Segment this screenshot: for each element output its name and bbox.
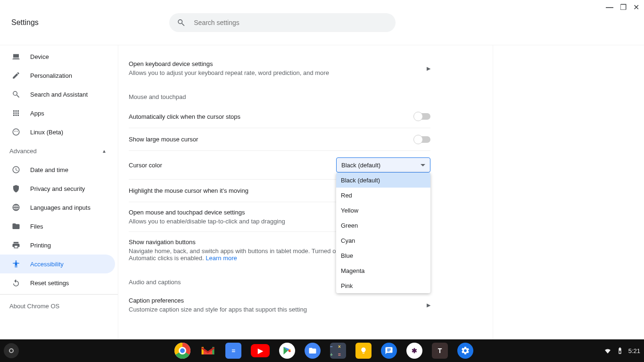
sidebar-divider: [0, 294, 118, 295]
accessibility-icon: [11, 259, 21, 269]
sidebar-item-label: Printing: [30, 242, 51, 249]
row-label: Show large mouse cursor: [129, 136, 396, 143]
sidebar-item-linux[interactable]: Linux (Beta): [0, 123, 118, 141]
sidebar-item-languages[interactable]: Languages and inputs: [0, 198, 118, 217]
select-value: Black (default): [341, 162, 380, 169]
app-calculator-icon[interactable]: −×+=: [330, 343, 346, 359]
app-settings-icon[interactable]: [457, 343, 473, 359]
row-label: Cursor color: [129, 162, 317, 169]
app-text-icon[interactable]: T: [432, 343, 448, 359]
app-youtube-icon[interactable]: ▶: [251, 344, 270, 357]
wifi-icon: [604, 347, 611, 354]
sidebar-item-device[interactable]: Device: [0, 47, 118, 66]
cursor-color-option[interactable]: Yellow: [336, 203, 430, 218]
sidebar-item-label: Apps: [30, 110, 44, 117]
cursor-color-option[interactable]: Black (default): [336, 173, 430, 188]
globe-icon: [11, 203, 21, 212]
sidebar-item-accessibility[interactable]: Accessibility: [0, 255, 115, 273]
sidebar-item-privacy[interactable]: Privacy and security: [0, 179, 118, 198]
sidebar-item-label: Accessibility: [30, 261, 64, 268]
app-chrome-icon[interactable]: [174, 343, 190, 359]
chevron-up-icon: ▲: [102, 148, 107, 154]
section-title-mouse: Mouse and touchpad: [129, 93, 430, 100]
cursor-color-option[interactable]: Red: [336, 188, 430, 203]
cursor-color-dropdown[interactable]: Black (default)RedYellowGreenCyanBlueMag…: [336, 173, 430, 293]
cursor-color-option[interactable]: Blue: [336, 248, 430, 263]
row-cursor-color: Cursor color Black (default) Black (defa…: [129, 150, 430, 179]
svg-point-3: [16, 261, 17, 262]
row-label: Open keyboard device settings: [129, 60, 408, 67]
cursor-color-option[interactable]: Pink: [336, 278, 430, 293]
sidebar-section-advanced[interactable]: Advanced ▲: [0, 141, 118, 160]
cursor-color-option[interactable]: Green: [336, 218, 430, 233]
app-play-store-icon[interactable]: [279, 343, 295, 359]
search-field-wrap[interactable]: [169, 13, 396, 32]
sidebar-item-date-time[interactable]: Date and time: [0, 160, 118, 179]
header-bar: Settings: [0, 0, 644, 45]
caret-down-icon: [421, 164, 425, 166]
sidebar-item-label: Files: [30, 223, 43, 230]
clock-text: 5:21: [628, 347, 640, 354]
row-caption-prefs[interactable]: Caption preferences Customize caption si…: [129, 290, 430, 320]
laptop-icon: [11, 52, 21, 61]
minimize-icon[interactable]: —: [606, 4, 613, 11]
row-sublabel: Customize caption size and style for app…: [129, 306, 408, 313]
toggle-large-cursor[interactable]: [414, 136, 430, 143]
sidebar-item-label: Search and Assistant: [30, 91, 88, 98]
maximize-icon[interactable]: ❐: [620, 4, 627, 11]
sidebar-item-files[interactable]: Files: [0, 217, 118, 236]
sidebar-item-label: Device: [30, 53, 49, 60]
app-keep-icon[interactable]: [355, 343, 372, 359]
launcher-icon: [9, 348, 14, 353]
svg-point-0: [13, 129, 19, 135]
app-messages-icon[interactable]: [381, 343, 397, 359]
chevron-right-icon: ▶: [427, 66, 430, 72]
sidebar-item-reset[interactable]: Reset settings: [0, 273, 118, 292]
printer-icon: [11, 240, 21, 250]
right-gutter: [493, 45, 644, 339]
shield-icon: [11, 184, 21, 193]
row-label: Automatically click when the cursor stop…: [129, 113, 396, 120]
sidebar: Device Personalization Search and Assist…: [0, 45, 118, 339]
reset-icon: [11, 278, 21, 288]
sidebar-item-label: Privacy and security: [30, 185, 85, 192]
row-autoclick[interactable]: Automatically click when the cursor stop…: [129, 105, 430, 128]
toggle-autoclick[interactable]: [414, 113, 430, 120]
sidebar-item-personalization[interactable]: Personalization: [0, 66, 118, 85]
app-docs-icon[interactable]: ≡: [225, 343, 241, 359]
sidebar-section-label: Advanced: [9, 148, 37, 155]
main-content: Open keyboard device settings Allows you…: [118, 45, 493, 339]
chevron-right-icon: ▶: [427, 302, 430, 308]
window-controls: — ❐ ✕: [606, 4, 639, 11]
learn-more-link[interactable]: Learn more: [206, 255, 237, 262]
sidebar-item-label: Date and time: [30, 166, 68, 173]
app-gmail-icon[interactable]: [200, 343, 216, 359]
app-files-icon[interactable]: [305, 343, 321, 359]
row-keyboard-settings[interactable]: Open keyboard device settings Allows you…: [129, 46, 430, 83]
cursor-color-option[interactable]: Magenta: [336, 263, 430, 278]
cursor-color-select[interactable]: Black (default): [336, 157, 430, 173]
pencil-icon: [11, 71, 21, 80]
row-sublabel: Allows you to adjust your keyboard repea…: [129, 69, 408, 76]
sidebar-item-printing[interactable]: Printing: [0, 236, 118, 255]
cursor-color-option[interactable]: Cyan: [336, 233, 430, 248]
app-slack-icon[interactable]: ✱: [406, 343, 422, 359]
linux-icon: [11, 127, 21, 137]
svg-point-2: [17, 131, 17, 132]
sidebar-item-label: Reset settings: [30, 280, 69, 287]
sidebar-item-search-assistant[interactable]: Search and Assistant: [0, 85, 118, 104]
launcher-button[interactable]: [4, 343, 19, 358]
row-large-cursor[interactable]: Show large mouse cursor: [129, 128, 430, 150]
page-title: Settings: [11, 18, 39, 27]
close-icon[interactable]: ✕: [633, 4, 639, 11]
sidebar-item-label: Personalization: [30, 72, 72, 79]
sidebar-item-apps[interactable]: Apps: [0, 104, 118, 123]
search-input[interactable]: [194, 19, 388, 26]
search-icon: [177, 18, 185, 27]
battery-icon: [616, 347, 624, 354]
sidebar-about[interactable]: About Chrome OS: [0, 296, 118, 315]
folder-icon: [11, 222, 21, 231]
system-tray[interactable]: 5:21: [604, 347, 640, 354]
shelf: ≡ ▶ −×+= ✱ T 5:21: [0, 339, 644, 362]
row-label: Caption preferences: [129, 297, 408, 304]
